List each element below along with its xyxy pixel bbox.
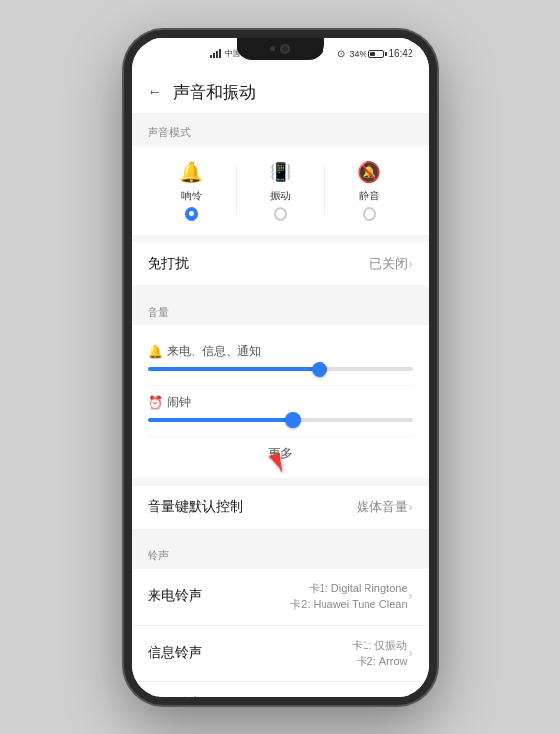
volume-key-label: 音量键默认控制 [148,498,243,516]
volume-card: 🔔 来电、信息、通知 ⏰ 闹钟 [132,325,429,478]
battery: 34% [349,49,384,59]
slider-thumb-alarm[interactable] [285,412,301,428]
sound-mode-section-label: 声音模式 [132,113,429,146]
volume-label-text-notification: 来电、信息、通知 [167,343,261,360]
status-bar: 中国 ⊙ 34% 16:42 [132,38,429,69]
wifi-icon: ⊙ [337,48,345,59]
message-ringtone-label: 信息铃声 [148,644,202,662]
volume-section-label: 音量 [132,293,429,325]
call-ringtone-value-stack: 卡1: Digital Ringtone 卡2: Huawei Tune Cle… [290,582,407,612]
silent-icon: 🔕 [357,159,381,185]
volume-key-card: 音量键默认控制 媒体音量 › [132,486,429,529]
cursor-pointer [271,454,282,474]
notch-sensor [270,46,275,51]
cursor-arrow-icon [268,453,284,474]
notch-camera [280,44,290,54]
slider-track-alarm[interactable] [148,418,413,422]
volume-key-chevron: › [409,500,413,514]
slider-fill-alarm [148,418,294,422]
volume-key-value-text: 媒体音量 [357,498,408,516]
notification-ringtone-value: Bongo › [370,696,413,697]
volume-label-notification: 🔔 来电、信息、通知 [148,343,413,360]
notification-ringtone-value1: Bongo [370,696,408,697]
ringtone-card: 来电铃声 卡1: Digital Ringtone 卡2: Huawei Tun… [132,569,429,697]
slider-fill-notification [148,367,321,371]
volume-key-row[interactable]: 音量键默认控制 媒体音量 › [132,486,429,529]
battery-percent: 34% [349,49,366,59]
volume-key-value: 媒体音量 › [357,498,413,516]
bell-icon: 🔔 [148,344,163,359]
notch [237,38,324,60]
signal-bars [210,49,221,58]
dnd-card: 免打扰 已关闭 › [132,242,429,285]
volume-row-alarm: ⏰ 闹钟 [148,386,413,437]
sound-modes: 🔔 响铃 📳 振动 🔕 静音 [148,159,413,221]
dnd-value: 已关闭 › [369,255,413,273]
mode-name-silent: 静音 [359,189,380,203]
message-ringtone-chevron: › [409,646,413,660]
dnd-label: 免打扰 [148,255,189,273]
message-ringtone-value-stack: 卡1: 仅振动 卡2: Arrow [352,638,407,669]
back-button[interactable]: ← [148,83,163,101]
mode-item-silent[interactable]: 🔕 静音 [325,159,413,221]
time-display: 16:42 [388,48,412,59]
ringtone-section-label: 铃声 [132,537,429,569]
call-ringtone-value: 卡1: Digital Ringtone 卡2: Huawei Tune Cle… [290,582,412,612]
slider-thumb-notification[interactable] [312,362,327,377]
call-ringtone-row[interactable]: 来电铃声 卡1: Digital Ringtone 卡2: Huawei Tun… [132,569,429,626]
mode-radio-ring[interactable] [185,207,198,221]
call-ringtone-label: 来电铃声 [148,587,202,605]
more-link[interactable]: 更多 [148,437,413,472]
notification-ringtone-row[interactable]: 通知铃声 Bongo › [132,682,429,697]
message-ringtone-row[interactable]: 信息铃声 卡1: 仅振动 卡2: Arrow › [132,626,429,682]
call-ringtone-value2: 卡2: Huawei Tune Clean [290,597,407,612]
top-nav: ← 声音和振动 [132,69,429,113]
message-ringtone-value: 卡1: 仅振动 卡2: Arrow › [352,638,412,669]
slider-track-notification[interactable] [148,367,413,371]
message-ringtone-value2: 卡2: Arrow [357,654,408,669]
call-ringtone-value1: 卡1: Digital Ringtone [309,582,408,596]
dnd-value-text: 已关闭 [369,255,408,273]
dnd-chevron: › [409,257,413,271]
ring-icon: 🔔 [179,159,203,185]
mode-radio-silent[interactable] [363,207,376,221]
dnd-row[interactable]: 免打扰 已关闭 › [132,242,429,285]
volume-label-text-alarm: 闹钟 [167,394,191,410]
alarm-icon: ⏰ [148,395,163,410]
message-ringtone-value1: 卡1: 仅振动 [352,638,407,653]
sound-mode-card: 🔔 响铃 📳 振动 🔕 静音 [132,146,429,235]
mode-radio-vibrate[interactable] [274,207,287,221]
call-ringtone-chevron: › [409,589,413,603]
battery-fill [370,52,374,56]
status-right: ⊙ 34% 16:42 [337,48,412,59]
notification-ringtone-label: 通知铃声 [148,695,202,697]
mode-item-ring[interactable]: 🔔 响铃 [148,159,236,221]
phone-frame: 中国 ⊙ 34% 16:42 ← 声音和振动 声 [124,30,437,705]
volume-label-alarm: ⏰ 闹钟 [148,394,413,410]
page-title: 声音和振动 [173,81,256,104]
screen-content: ← 声音和振动 声音模式 🔔 响铃 📳 振动 [132,69,429,697]
vibrate-icon: 📳 [270,159,291,185]
mode-name-ring: 响铃 [181,189,202,203]
battery-icon [368,50,384,58]
mode-name-vibrate: 振动 [270,189,291,203]
volume-row-notification: 🔔 来电、信息、通知 [148,335,413,386]
mode-item-vibrate[interactable]: 📳 振动 [237,159,324,221]
